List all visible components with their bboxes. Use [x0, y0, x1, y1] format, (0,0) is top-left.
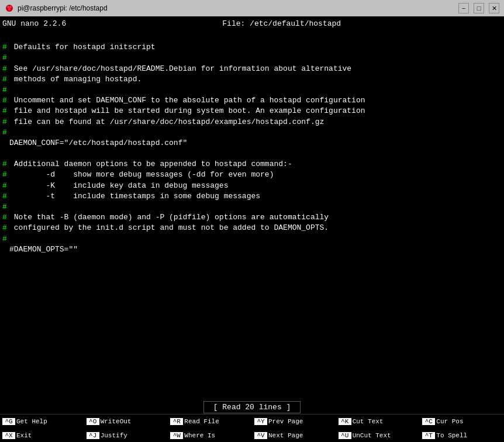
line-marker: #	[2, 212, 8, 223]
shortcut-key: ^G	[2, 418, 15, 425]
svg-point-3	[8, 8, 11, 11]
line-marker: #	[2, 53, 8, 63]
shortcut-item[interactable]: ^WWhere Is	[168, 429, 252, 442]
maximize-button[interactable]: □	[474, 3, 484, 13]
nano-filename: File: /etc/default/hostapd	[222, 19, 341, 28]
shortcut-item[interactable]: ^RRead File	[168, 415, 252, 429]
editor-line: # Additional daemon options to be append…	[2, 159, 502, 170]
line-text: -t include timestamps in some debug mess…	[9, 191, 260, 202]
title-bar-controls: − □ ✕	[458, 3, 499, 13]
shortcut-key: ^Y	[254, 418, 267, 425]
editor-line: # configured by the init.d script and mu…	[2, 223, 502, 233]
line-text: configured by the init.d script and must…	[9, 223, 329, 233]
line-marker: #	[2, 106, 8, 116]
shortcut-label: Read File	[184, 418, 219, 425]
shortcut-item[interactable]: ^UUnCut Text	[336, 429, 420, 442]
shortcut-item[interactable]: ^JJustify	[84, 429, 168, 442]
line-marker: #	[2, 127, 8, 138]
line-marker	[2, 244, 8, 255]
shortcut-item[interactable]: ^OWriteOut	[84, 415, 168, 429]
editor-line: # Uncomment and set DAEMON_CONF to the a…	[2, 95, 502, 106]
editor-line: # file can be found at /usr/share/doc/ho…	[2, 117, 502, 127]
editor-line: # file and hostapd will be started durin…	[2, 106, 502, 116]
minimize-button[interactable]: −	[458, 3, 469, 13]
editor-line: # Defaults for hostapd initscript	[2, 42, 502, 53]
line-marker	[2, 149, 8, 159]
shortcut-key: ^W	[170, 432, 183, 439]
shortcut-key: ^V	[254, 432, 267, 439]
shortcut-label: Prev Page	[268, 418, 303, 425]
line-text: methods of managing hostapd.	[9, 74, 141, 85]
shortcut-label: Justify	[101, 432, 127, 439]
editor-line: #DAEMON_OPTS=""	[2, 244, 502, 255]
line-marker: #	[2, 64, 8, 74]
line-text: #DAEMON_OPTS=""	[9, 244, 78, 255]
editor-line: #	[2, 202, 502, 212]
line-marker: #	[2, 234, 8, 244]
line-text: DAEMON_CONF="/etc/hostapd/hostapd.conf"	[9, 138, 187, 149]
line-text: Additional daemon options to be appended…	[9, 159, 292, 170]
editor-line: # -K include key data in debug messages	[2, 181, 502, 191]
editor-line: # Note that -B (daemon mode) and -P (pid…	[2, 212, 502, 223]
line-marker: #	[2, 170, 8, 180]
nano-header-right	[497, 19, 502, 28]
shortcut-item[interactable]: ^VNext Page	[252, 429, 336, 442]
line-text: file and hostapd will be started during …	[9, 106, 365, 116]
shortcut-key: ^C	[422, 418, 435, 425]
nano-version: GNU nano 2.2.6	[2, 19, 66, 28]
shortcut-item[interactable]: ^KCut Text	[336, 415, 420, 429]
editor-area[interactable]: # Defaults for hostapd initscript## See …	[0, 30, 504, 400]
editor-line: #	[2, 85, 502, 95]
svg-point-2	[9, 6, 12, 8]
line-marker	[2, 138, 8, 149]
svg-point-1	[7, 6, 9, 8]
editor-line: # -t include timestamps in some debug me…	[2, 191, 502, 202]
line-text: file can be found at /usr/share/doc/host…	[9, 117, 324, 127]
line-text: Uncomment and set DAEMON_CONF to the abs…	[9, 95, 365, 106]
line-marker: #	[2, 181, 8, 191]
title-bar-left: pi@raspberrypi: /etc/hostapd	[5, 4, 108, 13]
editor-line	[2, 149, 502, 159]
status-bar: [ Read 20 lines ]	[0, 400, 504, 414]
line-marker: #	[2, 74, 8, 85]
close-button[interactable]: ✕	[489, 3, 499, 13]
shortcut-key: ^T	[422, 432, 435, 439]
line-marker: #	[2, 95, 8, 106]
status-message: [ Read 20 lines ]	[203, 401, 301, 413]
shortcut-label: WriteOut	[101, 418, 132, 425]
shortcut-label: Where Is	[184, 432, 215, 439]
shortcut-key: ^R	[170, 418, 183, 425]
shortcuts-bar: ^GGet Help^OWriteOut^RRead File^YPrev Pa…	[0, 414, 504, 442]
shortcut-key: ^O	[87, 418, 99, 425]
shortcut-label: Exit	[16, 432, 32, 439]
line-marker: #	[2, 117, 8, 127]
line-marker: #	[2, 42, 8, 53]
title-bar: pi@raspberrypi: /etc/hostapd − □ ✕	[0, 0, 504, 16]
nano-header: GNU nano 2.2.6 File: /etc/default/hostap…	[0, 16, 504, 30]
editor-line: #	[2, 53, 502, 63]
title-bar-text: pi@raspberrypi: /etc/hostapd	[18, 4, 108, 12]
line-text: Note that -B (daemon mode) and -P (pidfi…	[9, 212, 329, 223]
shortcut-key: ^U	[339, 432, 351, 439]
shortcut-item[interactable]: ^TTo Spell	[420, 429, 504, 442]
shortcut-key: ^K	[339, 418, 351, 425]
app-icon	[5, 4, 14, 13]
shortcut-label: Get Help	[16, 418, 47, 425]
line-marker: #	[2, 191, 8, 202]
line-text: See /usr/share/doc/hostapd/README.Debian…	[9, 64, 351, 74]
shortcut-item[interactable]: ^XExit	[0, 429, 84, 442]
shortcut-label: To Spell	[436, 432, 467, 439]
shortcut-item[interactable]: ^GGet Help	[0, 415, 84, 429]
shortcut-key: ^X	[2, 432, 15, 439]
editor-line: DAEMON_CONF="/etc/hostapd/hostapd.conf"	[2, 138, 502, 149]
editor-line: #	[2, 234, 502, 244]
line-text: -K include key data in debug messages	[9, 181, 228, 191]
line-marker: #	[2, 202, 8, 212]
shortcut-label: UnCut Text	[353, 432, 391, 439]
shortcut-item[interactable]: ^CCur Pos	[420, 415, 504, 429]
shortcut-item[interactable]: ^YPrev Page	[252, 415, 336, 429]
line-text: Defaults for hostapd initscript	[9, 42, 156, 53]
shortcut-label: Cur Pos	[436, 418, 463, 425]
line-marker: #	[2, 223, 8, 233]
editor-line: #	[2, 127, 502, 138]
